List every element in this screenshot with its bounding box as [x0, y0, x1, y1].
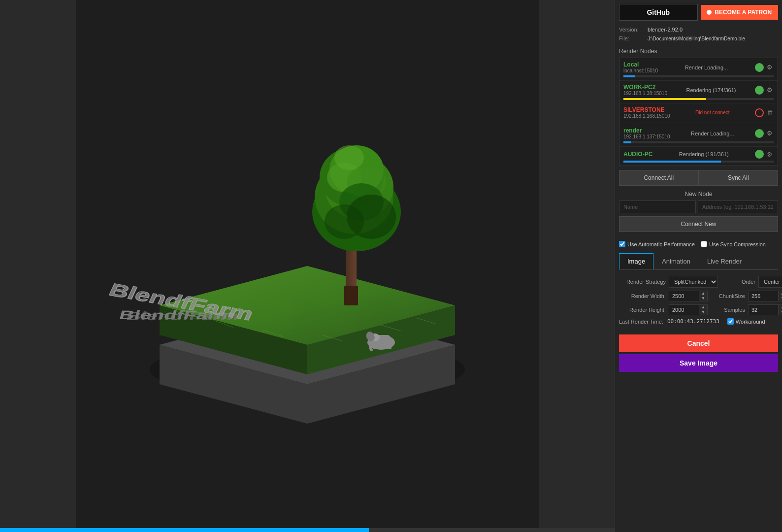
patron-circle-icon	[707, 10, 712, 15]
cancel-button[interactable]: Cancel	[619, 334, 778, 352]
tab-image[interactable]: Image	[619, 253, 653, 269]
height-up-btn[interactable]: ▲	[699, 305, 707, 310]
save-image-button[interactable]: Save Image	[619, 354, 778, 372]
chunksize-input[interactable]	[749, 291, 778, 301]
strategy-select[interactable]: SplitChunked SplitSize	[669, 276, 718, 288]
new-node-section: New Node Connect New	[619, 191, 778, 236]
height-down-btn[interactable]: ▼	[699, 310, 707, 315]
width-input-group: ▲ ▼	[669, 291, 708, 301]
sync-compression-checkbox-item[interactable]: Use Sync Compression	[701, 241, 766, 247]
tab-animation[interactable]: Animation	[653, 253, 699, 269]
version-label: Version:	[619, 26, 646, 34]
render-progress-bar	[0, 528, 615, 532]
node-controls-local: ⚙	[755, 63, 774, 72]
patron-button[interactable]: BECOME A PATRON	[701, 5, 779, 20]
gear-icon-audio-pc[interactable]: ⚙	[766, 150, 774, 158]
node-row-local: Local localhost:15010 Render Loading... …	[619, 58, 778, 81]
node-controls-work-pc2: ⚙	[755, 86, 774, 95]
tab-live-render[interactable]: Live Render	[699, 253, 750, 269]
checkbox-row: Use Automatic Performance Use Sync Compr…	[619, 241, 778, 247]
samples-label: Samples	[711, 307, 745, 313]
chunksize-down-btn[interactable]: ▼	[779, 296, 782, 301]
status-circle-work-pc2[interactable]	[755, 86, 764, 95]
last-render-value: 00:00:43.2712733	[667, 318, 719, 325]
status-circle-render[interactable]	[755, 129, 764, 138]
auto-performance-label: Use Automatic Performance	[627, 241, 695, 247]
version-value: blender-2.92.0	[648, 27, 683, 33]
node-row-audio-pc: AUDIO-PC Rendering (191/361) ⚙	[619, 147, 778, 166]
trash-icon-silverstone[interactable]: 🗑	[766, 109, 774, 117]
node-address-render: 192.168.1.137:15010	[623, 134, 670, 139]
render-settings: Render Strategy SplitChunked SplitSize O…	[619, 276, 778, 330]
svg-rect-35	[383, 342, 387, 349]
right-panel: GitHub BECOME A PATRON Version: blender-…	[615, 0, 782, 532]
gear-icon-work-pc2[interactable]: ⚙	[766, 86, 774, 94]
svg-rect-15	[344, 286, 358, 305]
sync-all-button[interactable]: Sync All	[699, 170, 779, 186]
node-name-render: render	[623, 127, 670, 134]
node-info-render: render 192.168.1.137:15010	[623, 127, 670, 139]
workaround-checkbox-item[interactable]: Workaround	[727, 318, 765, 325]
render-time-row: Last Render Time: 00:00:43.2712733 Worka…	[619, 318, 778, 325]
node-controls-silverstone: 🗑	[755, 108, 774, 117]
workaround-checkbox[interactable]	[727, 318, 734, 325]
status-circle-local[interactable]	[755, 63, 764, 72]
samples-spinners: ▲ ▼	[778, 305, 782, 315]
sync-compression-checkbox[interactable]	[701, 241, 707, 247]
width-up-btn[interactable]: ▲	[699, 291, 707, 296]
status-circle-silverstone[interactable]	[755, 108, 764, 117]
node-name-work-pc2: WORK-PC2	[623, 84, 667, 91]
auto-performance-checkbox[interactable]	[619, 241, 625, 247]
node-status-local: Render Loading...	[658, 65, 755, 70]
auto-performance-checkbox-item[interactable]: Use Automatic Performance	[619, 241, 695, 247]
github-button[interactable]: GitHub	[619, 4, 698, 21]
version-info: Version: blender-2.92.0 File: J:\Documen…	[619, 26, 778, 43]
node-controls-audio-pc: ⚙	[755, 150, 774, 159]
render-nodes-list: Local localhost:15010 Render Loading... …	[619, 58, 778, 166]
chunksize-group: ChunkSize ▲ ▼	[711, 291, 782, 301]
samples-input[interactable]	[749, 305, 778, 315]
svg-rect-36	[388, 342, 391, 349]
width-down-btn[interactable]: ▼	[699, 296, 707, 301]
render-nodes-wrapper: Local localhost:15010 Render Loading... …	[619, 58, 778, 170]
node-controls-render: ⚙	[755, 129, 774, 138]
node-row-silverstone: SILVERSTONE 192.168.1.168:15010 Did not …	[619, 103, 778, 124]
svg-rect-33	[373, 342, 377, 349]
gear-icon-render[interactable]: ⚙	[766, 130, 774, 137]
width-spinners: ▲ ▼	[699, 291, 707, 301]
node-progress-work-pc2	[623, 98, 774, 100]
node-progress-audio-pc	[623, 161, 774, 163]
height-row: Render Height: ▲ ▼ Samples ▲ ▼	[619, 304, 778, 315]
status-circle-audio-pc[interactable]	[755, 150, 764, 159]
file-label: File:	[619, 34, 646, 43]
new-node-inputs	[619, 200, 778, 213]
render-view: BlendfFarm BlendfFarm BlendfFarm BlendfF…	[0, 0, 615, 532]
node-progress-render	[623, 141, 774, 143]
height-input-group: ▲ ▼	[669, 304, 708, 315]
height-input[interactable]	[669, 305, 699, 315]
node-header-silverstone: SILVERSTONE 192.168.1.168:15010 Did not …	[623, 106, 774, 119]
connect-all-button[interactable]: Connect All	[619, 170, 699, 186]
samples-up-btn[interactable]: ▲	[779, 305, 782, 310]
patron-label: BECOME A PATRON	[715, 9, 772, 16]
order-select[interactable]: Center Random	[758, 276, 782, 288]
svg-rect-34	[378, 342, 382, 349]
connect-new-button[interactable]: Connect New	[619, 216, 778, 232]
chunksize-input-group: ▲ ▼	[748, 291, 782, 301]
strategy-row: Render Strategy SplitChunked SplitSize O…	[619, 276, 778, 288]
new-node-name-input[interactable]	[619, 200, 696, 213]
tabs-row: ImageAnimationLive Render	[619, 253, 778, 270]
gear-icon-local[interactable]: ⚙	[766, 64, 774, 71]
height-label: Render Height:	[619, 307, 666, 313]
file-value: J:\Documents\Modelling\BlendfarmDemo.ble	[648, 36, 745, 41]
samples-down-btn[interactable]: ▼	[779, 310, 782, 315]
node-address-silverstone: 192.168.1.168:15010	[623, 113, 670, 119]
chunksize-up-btn[interactable]: ▲	[779, 291, 782, 296]
svg-point-26	[325, 204, 364, 239]
new-node-address-input[interactable]	[698, 200, 778, 213]
order-group: Order Center Random	[721, 276, 782, 288]
width-input[interactable]	[669, 291, 699, 301]
new-node-title: New Node	[619, 191, 778, 198]
chunksize-label: ChunkSize	[711, 293, 745, 299]
svg-point-23	[334, 145, 364, 170]
